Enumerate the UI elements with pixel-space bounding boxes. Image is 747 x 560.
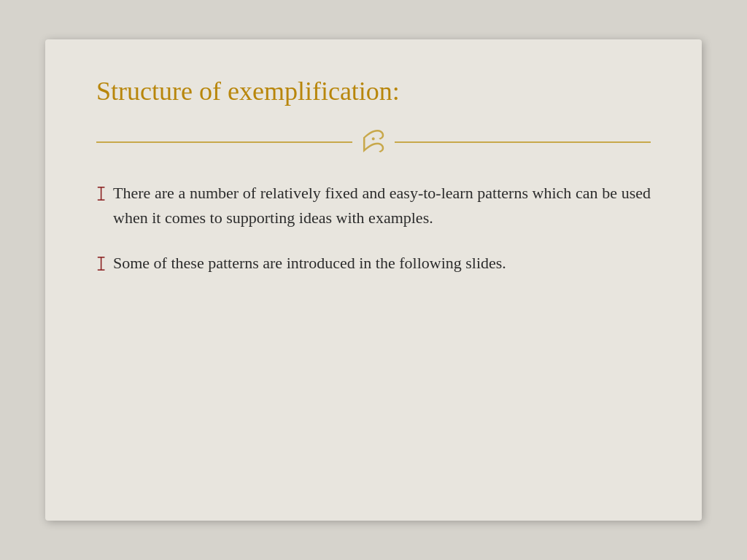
divider-ornament: ꕸ bbox=[352, 127, 395, 158]
divider-line-right bbox=[395, 141, 651, 143]
bullet-list: ꕯ There are a number of relatively fixed… bbox=[96, 181, 651, 277]
divider-line-left bbox=[96, 141, 352, 143]
list-item: ꕯ Some of these patterns are introduced … bbox=[96, 251, 651, 277]
list-item: ꕯ There are a number of relatively fixed… bbox=[96, 181, 651, 230]
slide-title: Structure of exemplification: bbox=[96, 76, 651, 106]
bullet-icon-1: ꕯ bbox=[96, 182, 106, 207]
divider: ꕸ bbox=[96, 127, 651, 158]
bullet-icon-2: ꕯ bbox=[96, 252, 106, 277]
bullet-text-1: There are a number of relatively fixed a… bbox=[113, 181, 651, 230]
slide: Structure of exemplification: ꕸ ꕯ There … bbox=[45, 39, 702, 521]
bullet-text-2: Some of these patterns are introduced in… bbox=[113, 251, 506, 276]
